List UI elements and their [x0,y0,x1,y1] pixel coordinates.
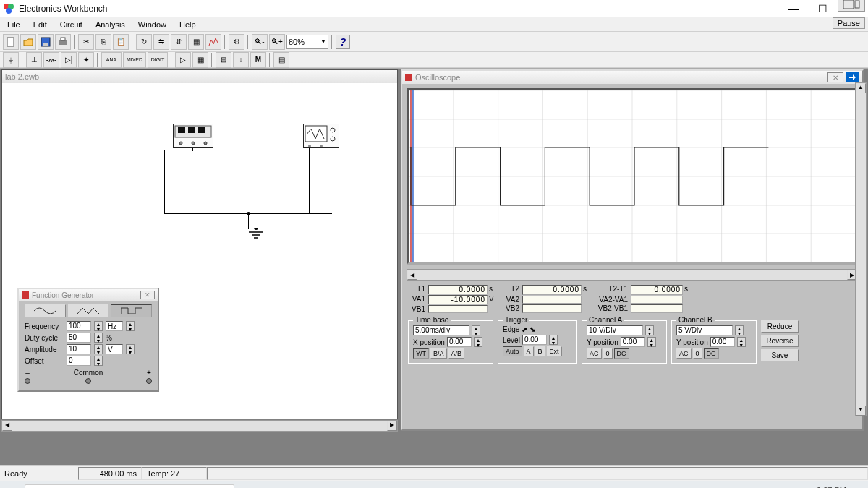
analog-ics-bin[interactable]: ✦ [78,52,94,68]
taskbar-search[interactable]: 🔍Type here to search [25,484,234,489]
mixed-group[interactable]: MIXED [123,52,146,68]
osc-titlebar[interactable]: Oscilloscope ✕ [402,71,862,84]
chA-ac[interactable]: AC [587,348,602,359]
digital-bin[interactable]: ▦ [192,52,208,68]
triangle-wave-button[interactable] [68,304,109,317]
chA-ypos-spinner[interactable]: ▲▼ [647,337,656,347]
save-trace-button[interactable]: Save [761,349,799,361]
fg-offset-input[interactable]: 0 [67,356,91,366]
mode-yt[interactable]: Y/T [413,348,429,359]
flip-h-button[interactable]: ⇋ [153,34,169,50]
basic-bin[interactable]: ⊥ [26,52,42,68]
osc-horizontal-scroll[interactable]: ◀▶ [407,269,858,281]
flip-v-button[interactable]: ⇵ [171,34,187,50]
timebase-scale[interactable]: 5.00ms/div [413,325,469,335]
trig-a[interactable]: A [524,346,534,356]
chA-scale-spinner[interactable]: ▲▼ [645,325,654,335]
menu-analysis[interactable]: Analysis [90,19,131,30]
copy-button[interactable]: ⎘ [95,34,111,50]
fg-amplitude-input[interactable]: 10 [67,344,91,354]
fg-amplitude-unit-spinner[interactable]: ▲▼ [126,344,135,354]
reverse-button[interactable]: Reverse [761,335,799,347]
fg-titlebar[interactable]: Function Generator ✕ [19,289,158,301]
subcircuit-button[interactable]: ▦ [188,34,204,50]
zoom-out-button[interactable]: 🔍︎- [252,34,268,50]
edge-falling[interactable]: ⬊ [529,325,535,333]
zoom-select[interactable]: 80%▼ [286,35,328,49]
fg-common-terminal[interactable]: Common [74,369,103,384]
sine-wave-button[interactable] [25,304,66,317]
save-button[interactable] [38,34,54,50]
digital-group[interactable]: DIGIT [148,52,168,68]
pause-button[interactable]: Pause [833,17,865,29]
chB-scale-spinner[interactable]: ▲▼ [735,325,744,335]
fullscreen-button[interactable] [838,0,865,12]
menu-window[interactable]: Window [132,19,172,30]
osc-screen[interactable] [407,88,858,265]
fg-offset-spinner[interactable]: ▲▼ [94,356,103,366]
fg-duty-input[interactable]: 50 [67,333,91,343]
controls-bin[interactable]: ↕ [233,52,249,68]
function-generator-component[interactable] [173,124,213,148]
chB-ac[interactable]: AC [676,348,692,359]
chA-ypos[interactable]: 0.00 [621,337,645,347]
timebase-xpos-spinner[interactable]: ▲▼ [474,337,482,347]
menu-circuit[interactable]: Circuit [54,19,88,30]
chB-dc[interactable]: DC [704,348,719,359]
graph-button[interactable] [205,34,221,50]
transistors-bin[interactable]: ▷| [61,52,77,68]
fg-frequency-unit-spinner[interactable]: ▲▼ [126,321,135,331]
minimize-button[interactable]: — [780,1,807,17]
chB-ypos-spinner[interactable]: ▲▼ [737,337,746,347]
open-button[interactable] [20,34,36,50]
timebase-xpos[interactable]: 0.00 [447,337,472,347]
trig-auto[interactable]: Auto [503,346,522,356]
osc-close-button[interactable]: ✕ [827,72,843,82]
menu-help[interactable]: Help [174,19,202,30]
fg-frequency-input[interactable]: 100 [67,321,91,331]
cut-button[interactable]: ✂ [78,34,94,50]
oscilloscope-component[interactable] [303,124,339,148]
new-button[interactable] [3,34,19,50]
fg-minus-terminal[interactable]: – [25,369,30,384]
sources-bin[interactable]: ⏚ [3,52,19,68]
fg-amplitude-spinner[interactable]: ▲▼ [94,344,103,354]
trigger-level-spinner[interactable]: ▲▼ [549,335,558,345]
rotate-button[interactable]: ↻ [136,34,152,50]
chB-scale[interactable]: 5 V/Div [676,325,733,335]
mode-ba[interactable]: B/A [430,348,447,359]
chB-zero[interactable]: 0 [693,348,702,359]
indicators-bin[interactable]: ⊟ [216,52,231,68]
fg-amplitude-unit[interactable]: V [106,344,123,354]
chB-ypos[interactable]: 0.00 [710,337,735,347]
analog-group[interactable]: ANA [101,52,122,68]
chA-scale[interactable]: 10 V/Div [587,325,643,335]
fg-close-button[interactable]: ✕ [140,291,155,299]
zoom-in-button[interactable]: 🔍︎+ [269,34,285,50]
paste-button[interactable]: 📋 [113,34,129,50]
help-button[interactable]: ? [336,35,350,49]
fg-plus-terminal[interactable]: + [146,369,152,384]
trig-ext[interactable]: Ext [547,346,562,356]
menu-edit[interactable]: Edit [27,19,53,30]
misc-bin[interactable]: M [250,52,266,68]
circuit-hscroll[interactable]: ◀▶ [1,420,398,432]
fg-frequency-spinner[interactable]: ▲▼ [94,321,103,331]
diodes-bin[interactable]: -ʍ- [43,52,59,68]
chA-dc[interactable]: DC [614,348,629,359]
edge-rising[interactable]: ⬈ [522,325,527,333]
square-wave-button[interactable] [111,304,152,317]
timebase-scale-spinner[interactable]: ▲▼ [472,325,480,335]
circuit-titlebar[interactable]: lab 2.ewb [2,70,397,83]
print-button[interactable] [55,34,71,50]
component-props-button[interactable]: ⚙ [229,34,244,50]
trig-b[interactable]: B [535,346,545,356]
menu-file[interactable]: File [1,19,26,30]
workspace-vscroll[interactable]: ▲▼ [855,82,867,416]
logic-gates-bin[interactable]: ▷ [175,52,191,68]
mode-ab[interactable]: A/B [448,348,465,359]
maximize-button[interactable]: ☐ [809,1,836,17]
fg-frequency-unit[interactable]: Hz [106,321,123,331]
instruments-bin[interactable]: ▤ [273,52,289,68]
trigger-level[interactable]: 0.00 [522,335,547,345]
